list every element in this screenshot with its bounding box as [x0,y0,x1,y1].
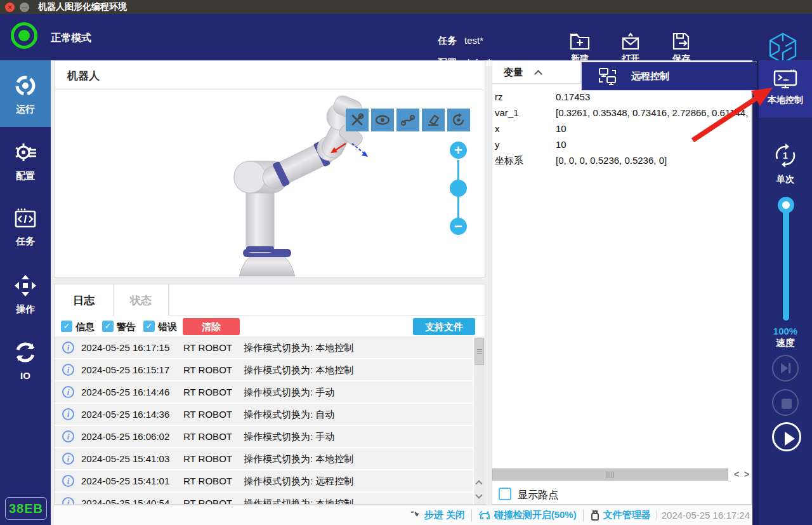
tools-button[interactable] [346,109,369,131]
file-manager-button[interactable]: 文件管理器 [590,509,651,521]
window-titlebar: ✕ — 机器人图形化编程环境 [0,0,812,14]
log-row[interactable]: i2024-05-25 16:17:15RT ROBOT操作模式切换为: 本地控… [55,337,473,358]
zoom-out-button[interactable]: − [450,218,467,235]
code-window-icon [14,208,37,229]
variable-row[interactable]: x10 [492,121,751,136]
single-run-button[interactable]: 1 单次 [759,133,812,187]
collapse-chevron-icon[interactable] [534,70,542,78]
horizontal-scrollbar[interactable] [492,469,728,481]
visibility-button[interactable] [371,109,394,131]
log-row[interactable]: i2024-05-25 16:15:17RT ROBOT操作模式切换为: 本地控… [55,359,473,380]
erase-button[interactable] [422,109,445,131]
wrench-screwdriver-icon [350,113,364,127]
clear-log-button[interactable]: 清除 [183,318,240,335]
log-row[interactable]: i2024-05-25 15:41:01RT ROBOT操作模式切换为: 远程控… [55,470,473,491]
collision-detection-status[interactable]: 碰撞检测开启(50%) [478,509,577,521]
waypoint-path-icon [400,113,416,127]
show-waypoints-checkbox[interactable] [499,488,511,500]
scroll-down-icon[interactable] [474,490,485,504]
variable-row[interactable]: y10 [492,136,751,152]
sidebar-item-task[interactable]: 任务 [0,194,51,260]
log-list: i2024-05-25 16:17:15RT ROBOT操作模式切换为: 本地控… [55,337,473,505]
robot-panel: 机器人 [54,60,485,277]
play-icon [785,432,795,446]
robot-id-badge[interactable]: 38EB [5,497,47,520]
sidebar-item-operate[interactable]: 操作 [0,260,51,327]
info-icon: i [62,408,74,420]
gear-icon [13,141,37,164]
eraser-icon [426,113,441,127]
mode-label: 正常模式 [51,32,91,45]
filter-error-label: 错误 [158,321,177,333]
scroll-right-icon[interactable]: > [741,469,752,481]
robot-arm-render [55,90,484,277]
stop-button[interactable] [772,389,799,416]
variable-row[interactable]: var_1[0.3261, 0.35348, 0.73416, 2.72866,… [492,105,751,121]
log-row[interactable]: i2024-05-25 15:40:54RT ROBOT操作模式切换为: 本地控… [55,493,473,505]
robot-3d-viewport[interactable]: + − [55,90,484,277]
filter-warn-checkbox[interactable]: ✓ [102,321,114,332]
log-scrollbar-thumb[interactable] [475,338,484,365]
variables-panel: 变量 rz0.17453 var_1[0.3261, 0.35348, 0.73… [492,60,752,505]
step-icon [410,510,421,521]
zoom-in-button[interactable]: + [450,142,467,159]
close-icon[interactable]: ✕ [5,3,15,12]
scroll-up-icon[interactable] [474,476,485,490]
io-swap-icon [14,341,37,364]
log-row[interactable]: i2024-05-25 16:14:36RT ROBOT操作模式切换为: 自动 [55,404,473,425]
right-sidebar: 本地控制 1 单次 100% 速度 [752,60,812,525]
robot-panel-title: 机器人 [67,69,100,83]
collision-icon [478,510,491,521]
stop-icon [782,399,792,409]
speed-slider-thumb[interactable] [778,197,794,213]
support-files-button[interactable]: 支持文件 [413,318,475,335]
left-sidebar: 运行 配置 任务 操作 IO 38EB [0,60,51,525]
filter-error-checkbox[interactable]: ✓ [143,321,155,332]
tab-log[interactable]: 日志 [55,284,114,316]
play-button[interactable] [772,422,801,451]
info-icon: i [62,364,74,376]
svg-text:1: 1 [783,150,788,161]
path-button[interactable] [396,109,419,131]
new-folder-icon [569,32,591,51]
step-mode-status[interactable]: 步进 关闭 [410,509,465,521]
log-scrollbar[interactable] [474,337,485,505]
eye-icon [375,113,390,127]
task-label: 任务 [438,35,457,46]
log-row[interactable]: i2024-05-25 16:06:02RT ROBOT操作模式切换为: 手动 [55,426,473,447]
variables-title: 变量 [504,67,523,79]
usb-drive-icon [590,510,600,521]
divider [471,510,472,521]
scrollbar-grip [606,472,615,478]
log-row[interactable]: i2024-05-25 15:41:03RT ROBOT操作模式切换为: 本地控… [55,448,473,469]
log-row[interactable]: i2024-05-25 16:14:46RT ROBOT操作模式切换为: 手动 [55,382,473,402]
show-waypoints-label: 显示路点 [518,489,558,502]
clock: 2024-05-25 16:17:24 [656,510,750,521]
remote-network-icon [598,67,617,85]
speed-percent: 100% [759,326,812,336]
move-arrows-icon [14,274,37,297]
save-icon [671,32,692,51]
status-bar: 步进 关闭 碰撞检测开启(50%) 文件管理器 2024-05-25 16:17… [54,505,752,525]
sidebar-item-io[interactable]: IO [0,327,51,394]
open-icon [620,32,641,51]
reset-view-button[interactable] [447,109,470,131]
remote-control-menu-item[interactable]: 远程控制 [581,62,757,91]
variable-row[interactable]: 坐标系[0, 0, 0, 0.5236, 0.5236, 0] [492,152,751,168]
variable-row[interactable]: rz0.17453 [492,89,751,105]
minimize-icon[interactable]: — [20,3,29,12]
zoom-slider-thumb[interactable] [450,180,467,197]
filter-info-checkbox[interactable]: ✓ [61,321,72,332]
run-icon [14,74,37,97]
log-tabs: 日志 状态 [55,284,485,316]
sidebar-item-run[interactable]: 运行 [0,60,51,127]
step-button[interactable] [772,355,799,382]
sidebar-item-config[interactable]: 配置 [0,127,51,194]
local-control-button[interactable]: 本地控制 [759,60,812,117]
info-icon: i [62,386,74,398]
tab-status[interactable]: 状态 [114,284,169,316]
log-filterbar: ✓ 信息 ✓ 警告 ✓ 错误 清除 支持文件 [55,316,485,337]
speed-slider-track[interactable] [783,205,789,321]
info-icon: i [62,342,74,354]
app-header: 正常模式 任务test* 配置default 新建 打开 保存 [0,14,812,60]
